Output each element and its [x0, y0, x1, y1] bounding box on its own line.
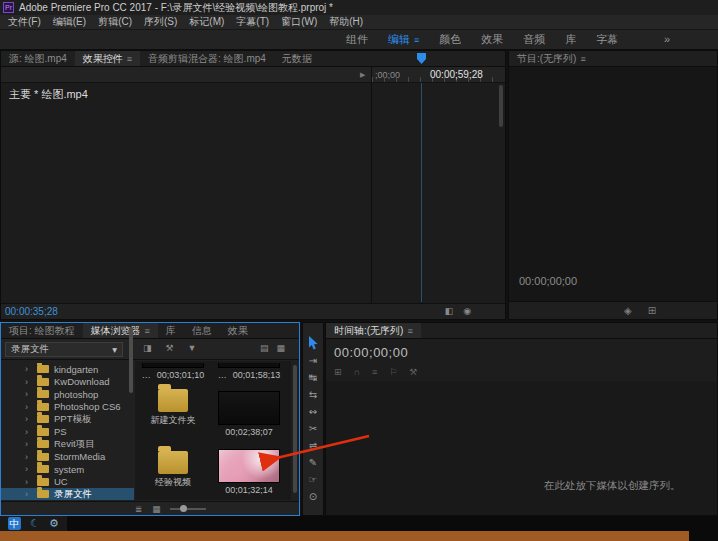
timeline-settings-icon[interactable]: ⚒: [409, 367, 417, 377]
expand-icon[interactable]: ›: [25, 452, 32, 462]
filter-icon[interactable]: ▼: [188, 343, 197, 353]
tab-media-browser[interactable]: 媒体浏览器≡: [83, 323, 158, 338]
slider-knob[interactable]: [180, 505, 187, 512]
tree-item-photoshop[interactable]: ›photoshop: [1, 388, 134, 401]
menu-edit[interactable]: 编辑(E): [47, 15, 92, 29]
tab-source-monitor[interactable]: 源: 绘图.mp4: [1, 51, 75, 66]
track-select-forward-tool-icon[interactable]: ⇥: [309, 354, 317, 366]
ripple-edit-tool-icon[interactable]: ↹: [309, 371, 317, 383]
menu-file[interactable]: 文件(F): [2, 15, 47, 29]
zoom-icon[interactable]: ◉: [463, 306, 471, 316]
expand-icon[interactable]: ›: [25, 377, 32, 387]
rolling-edit-tool-icon[interactable]: ⇆: [309, 388, 317, 400]
ime-indicator[interactable]: 中: [8, 517, 21, 530]
workspace-editing[interactable]: 编辑≡: [378, 32, 429, 47]
snap-icon[interactable]: ∩: [354, 367, 360, 377]
gear-icon[interactable]: ⚙: [49, 517, 59, 530]
menu-marker[interactable]: 标记(M): [183, 15, 230, 29]
workspace-titles[interactable]: 字幕: [586, 32, 628, 47]
panel-menu-icon[interactable]: ≡: [145, 326, 150, 336]
tree-item-photoshop-cs6[interactable]: ›Photoshop CS6: [1, 401, 134, 414]
workspace-libraries[interactable]: 库: [555, 32, 586, 47]
current-timecode[interactable]: 00:00:35;28: [5, 306, 58, 317]
add-marker-icon[interactable]: ⚐: [389, 367, 397, 377]
expand-icon[interactable]: ›: [25, 389, 32, 399]
nest-insert-icon[interactable]: ⊞: [334, 367, 342, 377]
media-item-folder-exp[interactable]: 经验视频: [137, 451, 209, 489]
tree-item-ps[interactable]: ›PS: [1, 426, 134, 439]
tree-item-revit[interactable]: ›Revit项目: [1, 438, 134, 451]
workspace-audio[interactable]: 音频: [513, 32, 555, 47]
tree-item-kindgarten[interactable]: ›kindgarten: [1, 363, 134, 376]
tree-item-luping-selected[interactable]: ›录屏文件: [1, 488, 134, 500]
rate-stretch-tool-icon[interactable]: ↭: [309, 405, 317, 417]
tab-program-monitor[interactable]: 节目:(无序列)≡: [509, 51, 594, 66]
media-item-clip-b[interactable]: …00;01;58;13: [213, 363, 285, 380]
effect-controls-scrollbar[interactable]: [499, 85, 503, 127]
master-clip-label[interactable]: 主要 * 绘图.mp4: [9, 87, 88, 102]
timeline-drop-zone[interactable]: 在此处放下媒体以创建序列。: [326, 381, 717, 515]
media-item-folder-new[interactable]: 新建文件夹: [137, 389, 209, 427]
panel-menu-icon[interactable]: ≡: [127, 54, 132, 64]
wrench-icon[interactable]: ⚒: [166, 343, 174, 353]
timeline-timecode[interactable]: 00:00;00;00: [334, 345, 408, 360]
media-item-clip-c[interactable]: 00;02;38;07: [213, 391, 285, 437]
directory-dropdown[interactable]: 录屏文件 ▾: [5, 342, 123, 357]
program-timecode[interactable]: 00:00;00;00: [519, 275, 577, 287]
linked-selection-icon[interactable]: ≡: [372, 367, 377, 377]
hand-tool-icon[interactable]: ☞: [309, 473, 318, 485]
menu-window[interactable]: 窗口(W): [275, 15, 323, 29]
workspace-menu-icon[interactable]: ≡: [414, 35, 419, 45]
icon-view-icon[interactable]: ▦: [276, 343, 285, 353]
tab-timeline[interactable]: 时间轴:(无序列)≡: [326, 323, 421, 338]
selection-tool-icon[interactable]: [308, 337, 319, 349]
fit-icon[interactable]: ◧: [445, 306, 454, 316]
icon-view-icon[interactable]: ▦: [152, 504, 160, 514]
tree-scrollbar[interactable]: [129, 327, 133, 393]
tab-libraries[interactable]: 库: [158, 323, 184, 338]
expand-icon[interactable]: ›: [25, 439, 32, 449]
media-item-clip-pink[interactable]: 00;01;32;14: [213, 449, 285, 495]
tree-item-kwdownload[interactable]: ›KwDownload: [1, 376, 134, 389]
list-view-icon[interactable]: ▤: [260, 343, 269, 353]
workspace-assembly[interactable]: 组件: [336, 32, 378, 47]
menu-clip[interactable]: 剪辑(C): [92, 15, 138, 29]
view-settings-icon[interactable]: ◨: [143, 343, 152, 353]
expand-icon[interactable]: ›: [25, 414, 32, 424]
export-frame-icon[interactable]: ◈: [624, 305, 632, 316]
comparison-view-icon[interactable]: ⊞: [648, 305, 656, 316]
thumbnail-zoom-slider[interactable]: [170, 508, 206, 510]
expand-icon[interactable]: ›: [25, 464, 32, 474]
menu-sequence[interactable]: 序列(S): [138, 15, 183, 29]
tree-item-uc[interactable]: ›UC: [1, 476, 134, 489]
menu-help[interactable]: 帮助(H): [323, 15, 369, 29]
workspace-overflow-icon[interactable]: »: [664, 33, 670, 45]
tab-metadata[interactable]: 元数据: [274, 51, 320, 66]
pen-tool-icon[interactable]: ✎: [309, 456, 317, 468]
expand-icon[interactable]: ›: [25, 477, 32, 487]
tab-effects[interactable]: 效果: [220, 323, 256, 338]
tree-item-ppt-template[interactable]: ›PPT模板: [1, 413, 134, 426]
tab-audio-clip-mixer[interactable]: 音频剪辑混合器: 绘图.mp4: [140, 51, 274, 66]
expand-icon[interactable]: ›: [25, 427, 32, 437]
timeline-view-toggle-icon[interactable]: ▶: [360, 71, 365, 79]
moon-icon[interactable]: ☾: [30, 517, 40, 530]
tab-effect-controls[interactable]: 效果控件≡: [75, 51, 140, 66]
expand-icon[interactable]: ›: [25, 489, 32, 499]
workspace-color[interactable]: 颜色: [429, 32, 471, 47]
panel-menu-icon[interactable]: ≡: [407, 326, 412, 336]
tab-info[interactable]: 信息: [184, 323, 220, 338]
grid-scrollbar[interactable]: [293, 365, 297, 493]
media-item-clip-a[interactable]: …00;03;01;10: [137, 363, 209, 380]
panel-menu-icon[interactable]: ≡: [580, 54, 585, 64]
expand-icon[interactable]: ›: [25, 402, 32, 412]
tree-item-stormmedia[interactable]: ›StormMedia: [1, 451, 134, 464]
menu-title[interactable]: 字幕(T): [230, 15, 275, 29]
slip-tool-icon[interactable]: ⇌: [309, 439, 317, 451]
tab-project[interactable]: 项目: 绘图教程: [1, 323, 83, 338]
list-view-icon[interactable]: ≣: [135, 504, 142, 514]
zoom-tool-icon[interactable]: ⊙: [309, 490, 317, 502]
tree-item-system[interactable]: ›system: [1, 463, 134, 476]
workspace-effects[interactable]: 效果: [471, 32, 513, 47]
razor-tool-icon[interactable]: ✂: [309, 422, 317, 434]
